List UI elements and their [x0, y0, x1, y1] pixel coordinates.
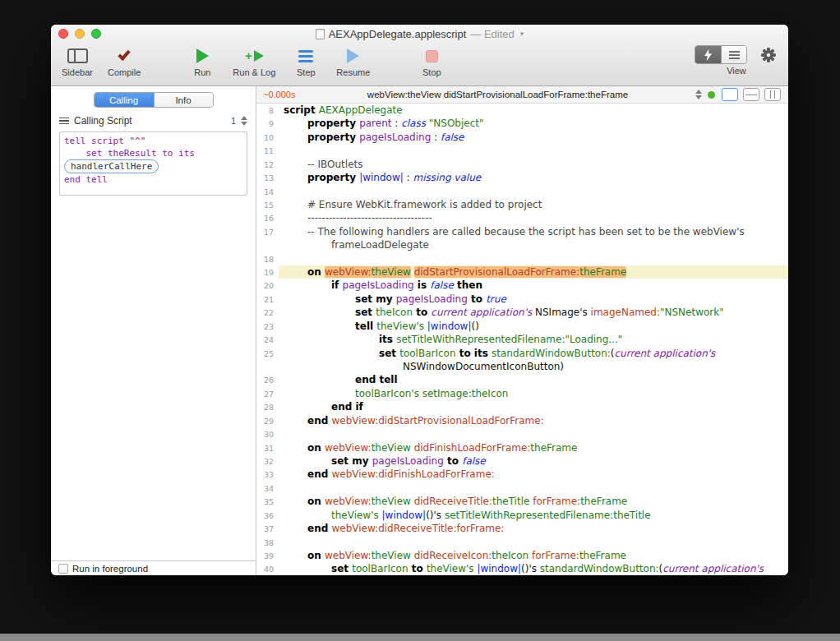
code-line[interactable]: 10property pageIsLoading : false: [256, 131, 788, 144]
code-line[interactable]: 16-----------------------------------: [256, 211, 788, 224]
code-text: if pageIsLoading is false then: [279, 279, 788, 292]
code-line[interactable]: 14: [256, 185, 788, 198]
settings-button[interactable]: [759, 46, 778, 64]
code-text: [279, 144, 788, 157]
code-text: toolBarIcon's setImage:theIcon: [279, 387, 788, 400]
view-script-segment[interactable]: [695, 46, 721, 63]
sidebar-button[interactable]: Sidebar: [61, 45, 94, 77]
step-button[interactable]: Step: [289, 45, 322, 77]
toolbar: Sidebar Compile Run + Run & Log Step: [51, 43, 788, 85]
line-number: 24: [256, 333, 279, 346]
code-line[interactable]: 18: [256, 252, 788, 265]
code-line[interactable]: 17-- The following handlers are called b…: [256, 225, 788, 238]
code-line[interactable]: 34: [256, 482, 788, 495]
code-line[interactable]: 40set toolBarIcon to theView's |window|(…: [256, 562, 788, 575]
run-button[interactable]: Run: [186, 45, 219, 77]
line-number: [256, 238, 279, 251]
code-line[interactable]: 23tell theView's |window|(): [256, 320, 788, 333]
layout-horizontal-split-button[interactable]: [743, 88, 759, 101]
code-line[interactable]: 29end webView:didStartProvisionalLoadFor…: [256, 414, 788, 427]
tab-info[interactable]: Info: [154, 93, 213, 107]
code-text: end webView:didReceiveTitle:forFrame:: [279, 522, 788, 535]
line-number: 17: [256, 225, 279, 238]
code-line[interactable]: 12-- IBOutlets: [256, 158, 788, 171]
code-text: set toolBarIcon to theView's |window|()'…: [279, 562, 788, 575]
line-number: 13: [256, 171, 279, 184]
code-text: on webView:theView didStartProvisionalLo…: [279, 265, 788, 279]
calling-script-counter: 1: [231, 116, 236, 126]
code-line[interactable]: 26end tell: [256, 373, 788, 386]
code-line[interactable]: 21set my pageIsLoading to true: [256, 293, 788, 306]
code-line[interactable]: 22set theIcon to current application's N…: [256, 306, 788, 319]
code-line[interactable]: 27toolBarIcon's setImage:theIcon: [256, 387, 788, 400]
stop-button[interactable]: Stop: [415, 45, 448, 77]
calling-script-editor[interactable]: tell script "^" set theResult to itshand…: [59, 131, 247, 196]
code-area[interactable]: 8script AEXAppDelegate9property parent :…: [256, 104, 788, 575]
sidebar-footer: Run in foreground: [51, 560, 256, 575]
run-in-foreground-label: Run in foreground: [72, 564, 148, 574]
hamburger-icon[interactable]: [59, 118, 69, 125]
code-text: its setTitleWithRepresentedFilename:"Loa…: [279, 333, 788, 346]
line-number: [256, 360, 279, 373]
code-text: -- The following handlers are called bec…: [279, 225, 788, 238]
code-line[interactable]: 11: [256, 144, 788, 157]
sidebar: Calling Info Calling Script 1 tell scrip…: [51, 86, 256, 575]
status-dot: [708, 91, 715, 99]
code-line[interactable]: 30: [256, 427, 788, 440]
line-number: 38: [256, 536, 279, 549]
tab-calling[interactable]: Calling: [95, 93, 154, 107]
code-line[interactable]: NSWindowDocumentIconButton): [256, 360, 788, 373]
step-button-label: Step: [297, 67, 316, 77]
title-chevron-icon[interactable]: ▾: [520, 30, 524, 38]
resume-button[interactable]: Resume: [336, 45, 370, 77]
plus-glyph: +: [245, 52, 252, 60]
code-line[interactable]: 32set my pageIsLoading to false: [256, 454, 788, 468]
window-chrome: AEXAppDelegate.applescript — Edited ▾ Si…: [51, 25, 788, 86]
run-and-log-button[interactable]: + Run & Log: [233, 45, 275, 77]
close-button[interactable]: [58, 29, 68, 39]
view-list-segment[interactable]: [721, 46, 746, 63]
current-handler-name[interactable]: webView:theView didStartProvisionalLoadF…: [306, 90, 690, 99]
code-text: set theIcon to current application's NSI…: [279, 306, 788, 319]
titlebar[interactable]: AEXAppDelegate.applescript — Edited ▾: [51, 25, 788, 43]
code-text: [279, 185, 788, 198]
run-in-foreground-checkbox[interactable]: [58, 564, 68, 574]
code-line[interactable]: 13property |window| : missing value: [256, 171, 788, 184]
code-line[interactable]: 33end webView:didFinishLoadForFrame:: [256, 468, 788, 481]
code-line[interactable]: frameLoadDelegate: [256, 238, 788, 251]
code-line[interactable]: 15# Ensure WebKit.framework is added to …: [256, 198, 788, 211]
code-line[interactable]: 36theView's |window|()'s setTitleWithRep…: [256, 509, 788, 522]
minimize-button[interactable]: [75, 29, 85, 39]
app-window: AEXAppDelegate.applescript — Edited ▾ Si…: [51, 25, 788, 575]
line-number: 11: [256, 144, 279, 157]
code-line[interactable]: 19on webView:theView didStartProvisional…: [256, 265, 788, 279]
calling-script-line: handlerCallHere: [64, 159, 242, 173]
line-number: 19: [256, 265, 279, 279]
code-line[interactable]: 37end webView:didReceiveTitle:forFrame:: [256, 522, 788, 535]
document-proxy-icon[interactable]: [316, 29, 325, 39]
layout-single-pane-button[interactable]: [722, 88, 738, 101]
calling-script-line: end tell: [64, 173, 242, 186]
calling-script-label: Calling Script: [74, 115, 132, 127]
code-line[interactable]: 28end if: [256, 400, 788, 413]
handler-stepper[interactable]: [695, 90, 702, 99]
layout-vertical-split-button[interactable]: [764, 88, 781, 101]
code-line[interactable]: 25set toolBarIcon to its standardWindowB…: [256, 347, 788, 360]
code-line[interactable]: 31on webView:theView didFinishLoadForFra…: [256, 441, 788, 454]
view-control-group: View: [695, 45, 778, 76]
handler-call-capsule[interactable]: handlerCallHere: [64, 159, 159, 173]
calling-script-stepper[interactable]: [241, 116, 247, 126]
code-line[interactable]: 38: [256, 536, 788, 549]
code-text: on webView:theView didReceiveIcon:theIco…: [279, 549, 788, 562]
zoom-button[interactable]: [91, 29, 101, 39]
code-line[interactable]: 24its setTitleWithRepresentedFilename:"L…: [256, 333, 788, 346]
sidebar-panel-icon: [67, 48, 88, 63]
line-number: 27: [256, 387, 279, 400]
code-line[interactable]: 20if pageIsLoading is false then: [256, 279, 788, 292]
code-line[interactable]: 39on webView:theView didReceiveIcon:theI…: [256, 549, 788, 562]
code-line[interactable]: 8script AEXAppDelegate: [256, 104, 788, 117]
compile-button[interactable]: Compile: [108, 45, 141, 77]
code-line[interactable]: 9property parent : class "NSObject": [256, 117, 788, 130]
code-line[interactable]: 35on webView:theView didReceiveTitle:the…: [256, 495, 788, 508]
stop-square-icon: [426, 50, 438, 62]
